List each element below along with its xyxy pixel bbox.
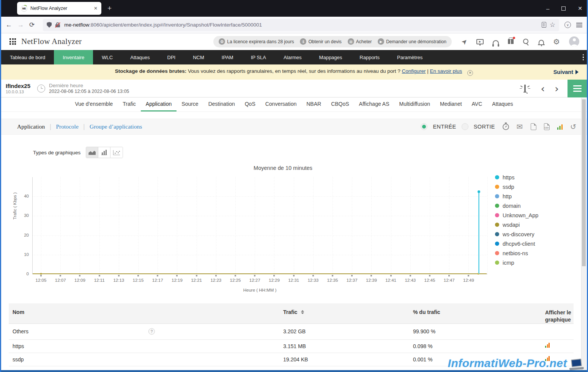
legend-item[interactable]: domain [495,201,538,210]
window-close-button[interactable]: ✕ [578,5,582,11]
legend-item[interactable]: https [495,173,538,182]
url-bar[interactable]: me-netflow:8060/apiclient/ember/index.js… [43,19,559,31]
window-maximize-button[interactable] [561,6,566,11]
interface-alarm-bell-icon[interactable] [524,85,526,92]
tab-cbqos[interactable]: CBQoS [326,97,354,111]
license-warning[interactable]: ✪La licence expirera dans 28 jours [219,38,294,45]
get-quote-button[interactable]: $Obtenir un devis [300,38,341,45]
pocket-icon[interactable]: ∨ [564,22,571,28]
buy-button[interactable]: ▥Acheter [348,38,372,45]
browser-tab[interactable]: ME NetFlow Analyzer ✕ [17,2,101,15]
legend-item[interactable]: wsdapi [495,220,538,229]
nav-parametres[interactable]: Paramètres [388,50,431,64]
window-minimize-button[interactable]: – [546,5,549,12]
tracking-shield-icon[interactable] [47,22,52,28]
tab-attaques[interactable]: Attaques [487,97,518,111]
tab-nbar[interactable]: NBAR [301,97,326,111]
time-period-selector[interactable]: Dernière heure 2022-08-06 12:05 à 2022-0… [49,83,129,94]
entree-radio[interactable] [421,123,427,130]
nav-rapports[interactable]: Rapports [351,50,388,64]
tab-destination[interactable]: Destination [203,97,240,111]
next-button[interactable]: Suivant [553,69,579,75]
tab-affichage-as[interactable]: Affichage AS [354,97,394,111]
search-icon[interactable] [523,38,530,45]
bookmark-star-icon[interactable]: ☆ [550,22,555,28]
nav-tableau-de-bord[interactable]: Tableau de bord [1,50,54,64]
legend-item[interactable]: ssdp [495,182,538,191]
legend-item[interactable]: dhcpv6-client [495,239,538,248]
legend-item[interactable]: http [495,191,538,201]
legend-item[interactable]: netbios-ns [495,248,538,258]
tab-source[interactable]: Source [177,97,203,111]
report-chart-icon[interactable] [557,124,563,130]
email-report-icon[interactable]: ✉ [517,123,523,130]
banner-learn-more-link[interactable]: En savoir plus [430,68,462,74]
support-headset-icon[interactable] [493,40,499,44]
nav-mappages[interactable]: Mappages [311,50,351,64]
subtab-protocole[interactable]: Protocole [56,123,78,130]
banner-close-icon[interactable]: ✕ [467,70,473,76]
col-trafic[interactable]: Trafic [271,303,400,315]
nav-overflow-menu-icon[interactable] [583,50,584,64]
export-pdf-icon[interactable] [531,123,536,130]
tab-avc[interactable]: AVC [467,97,487,111]
plot-area[interactable]: 12:0512:0712:0912:1112:1312:1512:1712:19… [32,177,487,274]
export-csv-icon[interactable]: CSV [544,123,550,130]
user-avatar[interactable] [569,36,579,47]
demo-video-icon[interactable]: ▶ [476,39,484,44]
nav-inventaire[interactable]: Inventaire [54,50,93,64]
refresh-icon[interactable]: ↺ [570,123,576,130]
prev-interface-chevron[interactable]: ‹ [541,83,545,94]
browser-menu-icon[interactable] [576,23,582,27]
getting-started-rocket-icon[interactable]: ➤ [459,36,469,46]
legend-item[interactable]: ws-discovery [495,229,538,239]
whats-new-gift-icon[interactable] [508,39,514,44]
nav-alarmes[interactable]: Alarmes [275,50,311,64]
spike-data-point[interactable] [478,190,480,193]
tab-medianet[interactable]: Medianet [435,97,467,111]
url-text[interactable]: me-netflow:8060/apiclient/ember/index.js… [64,22,538,28]
sortie-radio[interactable] [462,123,468,130]
reader-mode-icon[interactable] [542,22,546,28]
banner-configure-link[interactable]: Configurer [402,68,426,74]
table-row[interactable]: https 3.151 MB 0.098 % [9,340,574,353]
new-tab-button[interactable]: + [107,4,112,13]
scatter-chart-type-button[interactable] [110,147,123,158]
back-button[interactable]: ← [6,21,12,29]
forward-button[interactable]: → [17,21,24,29]
tab-multidiffusion[interactable]: Multidiffusion [394,97,435,111]
schedule-report-icon[interactable] [503,124,509,130]
interface-list-menu-button[interactable] [568,80,587,97]
scrollbar-thumb[interactable] [582,99,586,266]
request-demo-button[interactable]: ▶Demander une démonstration [378,38,446,45]
insecure-lock-icon[interactable] [55,22,61,28]
nav-ip-sla[interactable]: IP SLA [242,50,275,64]
tab-qos[interactable]: QoS [240,97,260,111]
sort-icon[interactable] [301,310,304,314]
settings-gear-icon[interactable]: ⚙ [553,38,560,46]
tab-vue-densemble[interactable]: Vue d’ensemble [70,97,118,111]
apps-grid-icon[interactable] [9,38,16,45]
page-scrollbar[interactable] [581,98,586,370]
tab-conversation[interactable]: Conversation [260,97,302,111]
subtab-application[interactable]: Application [17,123,45,130]
nav-ipam[interactable]: IPAM [213,50,242,64]
show-graph-icon[interactable] [545,343,550,348]
table-row[interactable]: Others? 3.202 GB 99.900 % [9,323,574,340]
tab-trafic[interactable]: Trafic [118,97,140,111]
notifications-bell-icon[interactable] [539,40,544,44]
area-chart-type-button[interactable] [86,147,98,158]
nav-wlc[interactable]: WLC [93,50,121,64]
legend-item[interactable]: Unknown_App [495,210,538,220]
help-icon[interactable]: ? [148,328,155,335]
nav-attaques[interactable]: Attaques [121,50,158,64]
bar-chart-type-button[interactable] [98,147,110,158]
reload-button[interactable]: ⟳ [29,21,35,29]
tab-application[interactable]: Application [141,97,177,111]
nav-dpi[interactable]: DPI [159,50,184,64]
legend-item[interactable]: icmp [495,258,538,267]
tab-close-icon[interactable]: ✕ [94,6,98,11]
nav-ncm[interactable]: NCM [184,50,213,64]
next-interface-chevron[interactable]: › [555,83,559,94]
subtab-groupe-applications[interactable]: Groupe d’applications [90,123,142,130]
